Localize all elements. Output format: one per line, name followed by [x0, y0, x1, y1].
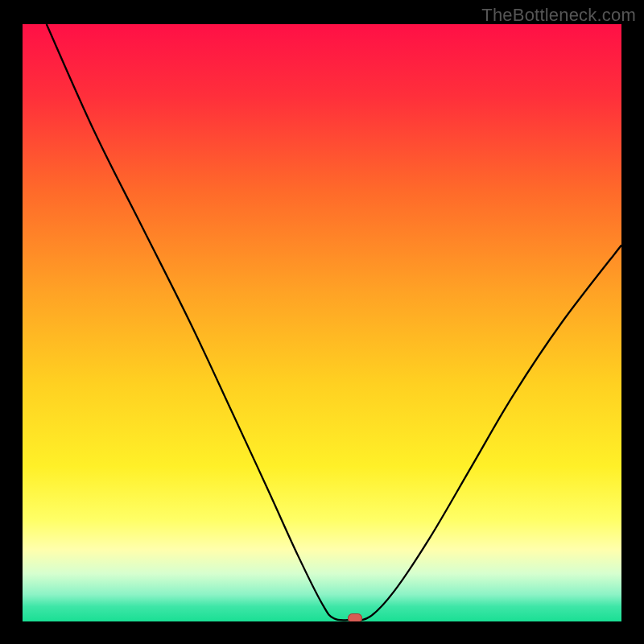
gradient-background [23, 24, 621, 621]
optimal-point-marker [348, 613, 362, 621]
plot-area [23, 24, 621, 621]
chart-frame: TheBottleneck.com [0, 0, 644, 644]
watermark-text: TheBottleneck.com [481, 5, 636, 26]
chart-svg [23, 24, 621, 621]
